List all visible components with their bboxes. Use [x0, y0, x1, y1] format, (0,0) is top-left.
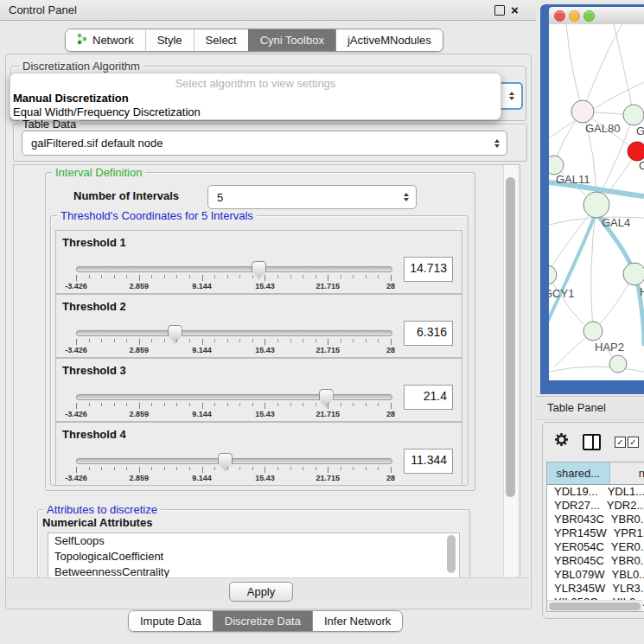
- tab-cyni-toolbox[interactable]: Cyni Toolbox: [248, 29, 335, 51]
- tab-select[interactable]: Select: [194, 29, 248, 51]
- slider-track[interactable]: [76, 394, 392, 400]
- table-row[interactable]: YPR145WYPR1...: [547, 526, 644, 540]
- number-of-intervals-label: Number of Intervals: [73, 189, 179, 202]
- node-partial-top[interactable]: [623, 105, 644, 125]
- threshold-4-value-field[interactable]: 11.344: [404, 449, 453, 474]
- threshold-3-slider[interactable]: -3.4262.8599.14415.4321.71528: [76, 390, 391, 418]
- table-cell[interactable]: YLR345W: [547, 582, 605, 596]
- table-cell[interactable]: YDR2...: [600, 499, 644, 513]
- threshold-1-value-field[interactable]: 14.713: [404, 257, 453, 282]
- table-row[interactable]: YBR045CYBR0...: [547, 554, 644, 568]
- threshold-1-panel: Threshold 1 -3.4262.8599.14415.4321.7152…: [55, 230, 462, 294]
- tab-discretize-data[interactable]: Discretize Data: [213, 611, 312, 631]
- threshold-label: Threshold 2: [62, 300, 126, 313]
- table-horizontal-scrollbar[interactable]: [547, 600, 643, 611]
- node-partial-bottom[interactable]: [609, 355, 627, 373]
- tab-impute-data[interactable]: Impute Data: [129, 611, 213, 631]
- table-cell[interactable]: YBL0...: [605, 568, 644, 582]
- close-icon[interactable]: ×: [511, 1, 519, 19]
- threshold-1-slider[interactable]: -3.4262.8599.14415.4321.71528: [76, 262, 391, 290]
- table-row[interactable]: YDR27...YDR2...: [547, 499, 644, 513]
- attribute-list-item[interactable]: TopologicalCoefficient: [48, 549, 459, 564]
- table-cell[interactable]: YBR045C: [547, 554, 604, 568]
- table-row[interactable]: YLR345WYLR3...: [547, 582, 644, 596]
- slider-track[interactable]: [76, 330, 392, 336]
- thresholds-group-title: Threshold's Coordinates for 5 Intervals: [57, 209, 257, 222]
- table-cell[interactable]: YDR27...: [547, 499, 600, 513]
- tick-label: 15.43: [255, 410, 275, 418]
- tab-network[interactable]: Network: [66, 29, 145, 51]
- zoom-traffic-light-icon[interactable]: [583, 10, 595, 22]
- vertical-scrollbar-thumb[interactable]: [506, 177, 515, 497]
- node-partial-right[interactable]: [623, 263, 644, 285]
- slider-scale-labels: -3.4262.8599.14415.4321.71528: [76, 346, 391, 354]
- node-gal11[interactable]: [549, 156, 564, 175]
- table-cell[interactable]: YBL079W: [547, 568, 605, 582]
- apply-button[interactable]: Apply: [229, 582, 293, 602]
- column-header-shared-name[interactable]: shared...: [547, 462, 610, 484]
- table-cell[interactable]: YER0...: [604, 540, 644, 554]
- number-of-intervals-combobox[interactable]: 5: [207, 185, 417, 209]
- column-layout-icon[interactable]: [583, 434, 601, 450]
- slider-track[interactable]: [76, 266, 392, 272]
- threshold-4-slider[interactable]: -3.4262.8599.14415.4321.71528: [76, 454, 391, 481]
- table-cell[interactable]: YPR145W: [547, 526, 607, 540]
- top-tab-bar: Network Style Select Cyni Toolbox jActiv…: [65, 29, 443, 52]
- tab-infer-network[interactable]: Infer Network: [312, 611, 402, 631]
- tab-style[interactable]: Style: [145, 29, 194, 51]
- network-window-titlebar: [549, 7, 644, 24]
- column-header-name[interactable]: n: [610, 462, 644, 484]
- table-row[interactable]: YBL079WYBL0...: [547, 568, 644, 582]
- node-hap2[interactable]: [583, 322, 603, 341]
- table-horizontal-scrollbar-thumb[interactable]: [549, 603, 641, 610]
- table-row[interactable]: YBR043CYBR0...: [547, 513, 644, 526]
- combo-stepper-icon[interactable]: [509, 92, 521, 100]
- threshold-label: Threshold 4: [62, 428, 126, 441]
- table-cell[interactable]: YBR0...: [604, 513, 644, 526]
- attribute-list-item[interactable]: BetweennessCentrality: [48, 564, 459, 578]
- tick-label: 21.715: [316, 474, 340, 482]
- table-row[interactable]: YDL19...YDL1...: [547, 485, 644, 499]
- threshold-3-value-field[interactable]: 21.4: [404, 385, 453, 410]
- numerical-attributes-list: SelfLoopsTopologicalCoefficientBetweenne…: [48, 532, 460, 578]
- table-data-combobox[interactable]: galFiltered.sif default node: [22, 131, 507, 156]
- dropdown-option-manual[interactable]: Manual Discretization: [10, 92, 501, 105]
- table-row[interactable]: YER054CYER0...: [547, 540, 644, 554]
- number-of-intervals-value: 5: [208, 191, 404, 204]
- table-panel-titlebar: Table Panel: [536, 396, 644, 420]
- attributes-list-scrollbar-thumb[interactable]: [447, 535, 456, 573]
- slider-track[interactable]: [76, 458, 392, 464]
- gear-icon[interactable]: [554, 432, 569, 450]
- tick-label: 15.43: [255, 346, 275, 354]
- table-cell[interactable]: YPR1...: [607, 526, 644, 540]
- table-data-value: galFiltered.sif default node: [22, 137, 494, 150]
- tick-label: 2.859: [130, 346, 150, 354]
- tick-label: 2.859: [130, 474, 150, 482]
- tab-jactivemnodules[interactable]: jActiveMNodules: [335, 29, 443, 51]
- table-cell[interactable]: YBR0...: [604, 554, 644, 568]
- float-window-icon[interactable]: [494, 5, 505, 16]
- checkbox-checked-icon[interactable]: ✓: [615, 437, 626, 448]
- threshold-2-slider[interactable]: -3.4262.8599.14415.4321.71528: [76, 326, 391, 354]
- table-cell[interactable]: YBR043C: [547, 513, 604, 526]
- combo-stepper-icon[interactable]: [404, 193, 416, 201]
- network-graph: GAL80 G C GAL11 GAL4 GCY1 H HAP2: [549, 24, 644, 380]
- node-label-gal11: GAL11: [556, 173, 590, 186]
- combo-stepper-icon[interactable]: [494, 139, 507, 148]
- attribute-list-item[interactable]: SelfLoops: [48, 533, 459, 549]
- table-cell[interactable]: YDL1...: [601, 485, 644, 499]
- control-panel-titlebar: Control Panel ×: [0, 0, 536, 21]
- node-gal4[interactable]: [583, 192, 609, 218]
- network-view-canvas[interactable]: GAL80 G C GAL11 GAL4 GCY1 H HAP2: [549, 24, 644, 380]
- node-gal80[interactable]: [571, 100, 594, 123]
- dropdown-option-equal-width[interactable]: Equal Width/Frequency Discretization: [10, 105, 501, 119]
- node-selected-red[interactable]: [628, 142, 644, 161]
- table-cell[interactable]: YLR3...: [605, 582, 644, 596]
- table-cell[interactable]: YDL19...: [547, 485, 601, 499]
- checkbox-checked-icon[interactable]: ✓: [628, 437, 639, 448]
- close-traffic-light-icon[interactable]: [554, 10, 565, 22]
- threshold-2-value-field[interactable]: 6.316: [404, 321, 453, 346]
- node-gcy1[interactable]: [549, 265, 557, 284]
- table-cell[interactable]: YER054C: [547, 540, 604, 554]
- minimize-traffic-light-icon[interactable]: [569, 10, 580, 22]
